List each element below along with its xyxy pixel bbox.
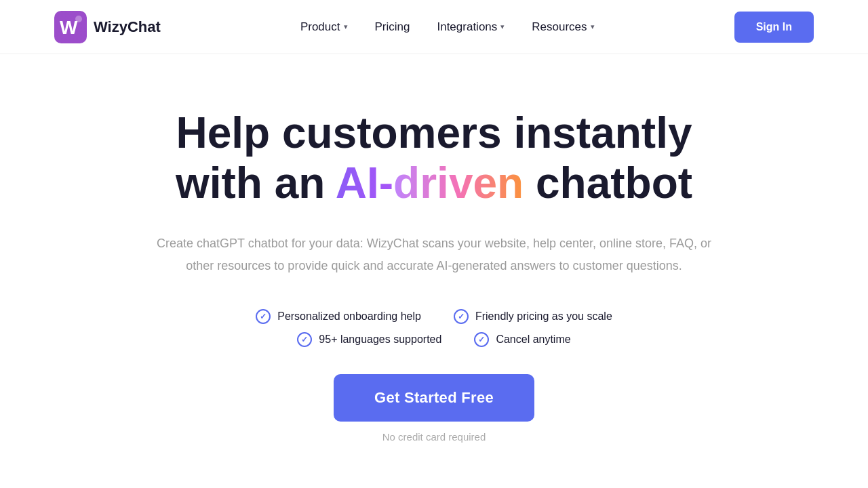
headline-ai: AI- [336,159,393,207]
chevron-down-icon: ▾ [591,22,595,31]
hero-section: Help customers instantly with an AI-driv… [0,54,868,470]
nav-item-product[interactable]: Product ▾ [300,20,348,34]
logo-icon: W [54,11,87,43]
check-icon [474,332,489,347]
check-icon [454,309,469,324]
nav-link-resources[interactable]: Resources ▾ [532,20,594,34]
nav-item-resources[interactable]: Resources ▾ [532,20,594,34]
navbar: W WizyChat Product ▾ Pricing Integration… [0,0,868,54]
get-started-button[interactable]: Get Started Free [334,374,534,422]
sign-in-button[interactable]: Sign In [734,12,814,43]
features-row-1: Personalized onboarding help Friendly pr… [256,309,612,324]
nav-item-pricing[interactable]: Pricing [375,20,410,34]
feature-languages: 95+ languages supported [297,332,441,347]
headline-driven: driven [393,159,524,207]
chevron-down-icon: ▾ [500,22,505,31]
nav-link-integrations[interactable]: Integrations ▾ [437,20,505,34]
feature-onboarding: Personalized onboarding help [256,309,421,324]
hero-subtitle: Create chatGPT chatbot for your data: Wi… [156,232,712,277]
features-list: Personalized onboarding help Friendly pr… [256,309,612,347]
no-credit-label: No credit card required [382,431,486,443]
check-icon [256,309,271,324]
hero-headline: Help customers instantly with an AI-driv… [176,108,692,208]
features-row-2: 95+ languages supported Cancel anytime [297,332,570,347]
chevron-down-icon: ▾ [344,22,348,31]
svg-text:W: W [60,17,78,38]
check-icon [297,332,312,347]
nav-link-pricing[interactable]: Pricing [375,20,410,34]
nav-item-integrations[interactable]: Integrations ▾ [437,20,505,34]
nav-links: Product ▾ Pricing Integrations ▾ Resourc… [300,20,595,34]
svg-point-2 [75,16,82,22]
logo-text: WizyChat [94,18,161,36]
feature-pricing: Friendly pricing as you scale [454,309,612,324]
feature-cancel: Cancel anytime [474,332,570,347]
logo-link[interactable]: W WizyChat [54,11,161,43]
cta-area: Get Started Free No credit card required [334,374,534,443]
nav-link-product[interactable]: Product ▾ [300,20,348,34]
